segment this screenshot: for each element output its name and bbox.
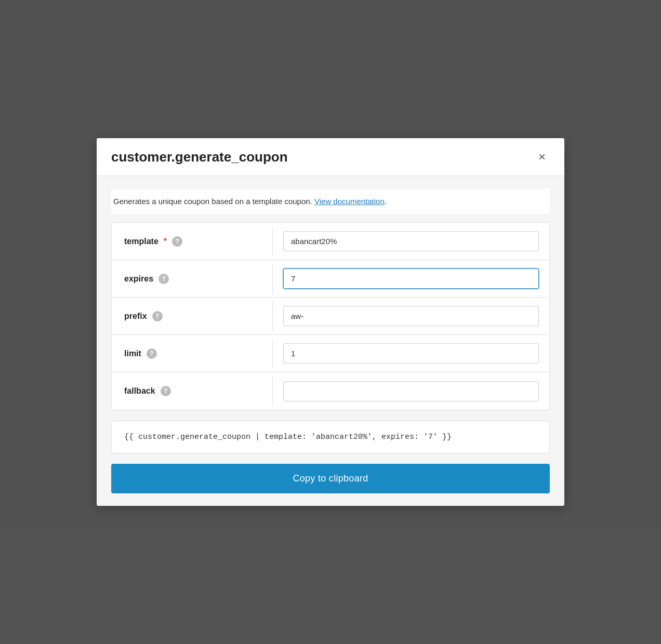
modal-overlay: customer.generate_coupon × Generates a u… (0, 0, 661, 644)
form-label-cell-fallback: fallback ? (112, 377, 273, 406)
help-icon-limit[interactable]: ? (147, 348, 157, 359)
modal-header: customer.generate_coupon × (97, 138, 564, 176)
modal-body: Generates a unique coupon based on a tem… (97, 176, 564, 506)
form-label-cell-limit: limit ? (112, 339, 273, 368)
form-table: template * ? expires ? (111, 222, 550, 410)
modal-title: customer.generate_coupon (111, 149, 288, 165)
view-documentation-link[interactable]: View documentation (314, 197, 385, 206)
label-fallback: fallback (124, 386, 155, 396)
form-label-cell-prefix: prefix ? (112, 302, 273, 331)
form-label-cell-expires: expires ? (112, 264, 273, 293)
help-icon-expires[interactable]: ? (158, 274, 169, 284)
help-icon-template[interactable]: ? (172, 236, 182, 247)
input-cell-limit (273, 336, 549, 371)
input-cell-prefix (273, 299, 549, 333)
input-template[interactable] (283, 231, 539, 251)
required-star-template: * (164, 237, 167, 246)
input-expires[interactable] (283, 269, 539, 289)
input-cell-template (273, 224, 549, 259)
form-row-fallback: fallback ? (112, 372, 549, 410)
copy-to-clipboard-button[interactable]: Copy to clipboard (111, 464, 550, 493)
form-row-limit: limit ? (112, 335, 549, 372)
code-output: {{ customer.generate_coupon | template: … (111, 421, 550, 453)
description-period: . (385, 197, 387, 206)
label-prefix: prefix (124, 312, 147, 321)
input-cell-fallback (273, 374, 549, 409)
label-expires: expires (124, 274, 153, 284)
modal: customer.generate_coupon × Generates a u… (97, 138, 564, 506)
form-row-template: template * ? (112, 223, 549, 260)
input-fallback[interactable] (283, 381, 539, 401)
form-row-prefix: prefix ? (112, 298, 549, 335)
form-label-cell-template: template * ? (112, 227, 273, 256)
input-prefix[interactable] (283, 306, 539, 326)
description-text: Generates a unique coupon based on a tem… (113, 197, 314, 206)
close-button[interactable]: × (534, 149, 550, 165)
label-template: template (124, 237, 158, 246)
input-limit[interactable] (283, 343, 539, 364)
help-icon-fallback[interactable]: ? (161, 386, 171, 396)
input-cell-expires (273, 261, 549, 296)
label-limit: limit (124, 349, 141, 358)
form-row-expires: expires ? (112, 260, 549, 298)
help-icon-prefix[interactable]: ? (152, 311, 163, 321)
